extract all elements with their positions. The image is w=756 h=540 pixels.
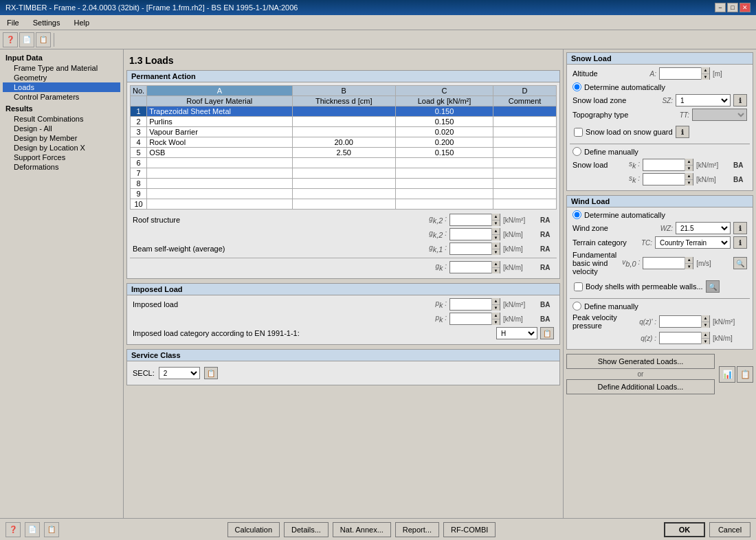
bottom-icon-3[interactable]: 📋 — [44, 522, 59, 537]
vb-input[interactable]: 25.8 — [643, 258, 685, 269]
cell-comment[interactable] — [493, 117, 557, 127]
nat-annex-btn[interactable]: Nat. Annex... — [333, 522, 391, 537]
cell-thickness[interactable]: 20.00 — [292, 137, 395, 148]
altitude-down[interactable]: ▼ — [702, 74, 709, 80]
gk2-down2[interactable]: ▼ — [492, 235, 500, 241]
snow-auto-radio[interactable] — [572, 82, 581, 91]
shells-check[interactable] — [574, 282, 583, 291]
pk2-up[interactable]: ▲ — [492, 313, 500, 319]
cell-comment[interactable] — [493, 148, 557, 158]
cell-thickness[interactable] — [292, 106, 395, 117]
cell-comment[interactable] — [493, 127, 557, 137]
gk-spinner[interactable]: 3.962 ▲ ▼ — [449, 261, 500, 273]
gk1-down[interactable]: ▼ — [492, 249, 500, 256]
qz1-up[interactable]: ▲ — [702, 315, 709, 322]
rf-combi-btn[interactable]: RF-COMBI — [443, 522, 496, 537]
bottom-icon-1[interactable]: ❓ — [5, 522, 21, 537]
table-row[interactable]: 8 — [131, 179, 557, 189]
sk2-spinner[interactable]: 2.450 ▲ ▼ — [643, 173, 693, 185]
gk2-input2[interactable]: 3.350 — [450, 229, 491, 240]
gk2-up1[interactable]: ▲ — [492, 214, 500, 221]
icon-btn-1[interactable]: 📊 — [719, 366, 735, 383]
gk2-down1[interactable]: ▼ — [492, 221, 500, 227]
vb-down[interactable]: ▼ — [685, 264, 693, 270]
show-generated-btn[interactable]: Show Generated Loads... — [566, 354, 715, 369]
tt-dropdown[interactable] — [692, 109, 747, 121]
cell-load[interactable]: 0.150 — [395, 106, 493, 117]
cell-comment[interactable] — [493, 106, 557, 117]
cell-material[interactable]: OSB — [147, 148, 292, 158]
table-row[interactable]: 1 Trapezoidal Sheet Metal 0.150 — [131, 106, 557, 117]
table-row[interactable]: 2 Purlins 0.150 — [131, 117, 557, 127]
menu-settings[interactable]: Settings — [29, 17, 65, 28]
toolbar-btn-2[interactable]: 📄 — [19, 32, 34, 47]
category-info-btn[interactable]: 📋 — [540, 327, 554, 339]
snow-guard-info-btn[interactable]: ℹ — [676, 126, 689, 138]
sidebar-item-geometry[interactable]: Geometry — [3, 73, 120, 82]
sk2-up[interactable]: ▲ — [685, 173, 693, 180]
table-row[interactable]: 9 — [131, 189, 557, 199]
altitude-spinner[interactable]: 200 ▲ ▼ — [659, 67, 710, 80]
cell-thickness[interactable]: 2.50 — [292, 148, 395, 158]
tc-info-btn[interactable]: ℹ — [733, 236, 747, 249]
cell-load[interactable]: 0.200 — [395, 137, 493, 148]
report-btn[interactable]: Report... — [395, 522, 439, 537]
sk2-down[interactable]: ▼ — [685, 180, 693, 186]
sidebar-item-design-all[interactable]: Design - All — [3, 124, 120, 133]
vb-up[interactable]: ▲ — [685, 257, 693, 264]
sz-dropdown[interactable]: 1 — [676, 94, 731, 106]
sk2-input[interactable]: 2.450 — [643, 174, 685, 185]
gk-input[interactable]: 3.962 — [450, 262, 491, 273]
details-btn[interactable]: Details... — [284, 522, 329, 537]
pk2-input[interactable]: 2.500 — [450, 313, 491, 324]
table-row[interactable]: 5 OSB 2.50 0.150 — [131, 148, 557, 158]
bottom-icon-2[interactable]: 📄 — [25, 522, 40, 537]
cell-load[interactable]: 0.020 — [395, 127, 493, 137]
cell-material[interactable]: Purlins — [147, 117, 292, 127]
minimize-button[interactable]: − — [715, 3, 726, 12]
secl-info-btn[interactable]: 📋 — [204, 367, 218, 379]
qz1-spinner[interactable]: 0.921 ▲ ▼ — [659, 315, 710, 328]
pk2-down[interactable]: ▼ — [492, 319, 500, 326]
toolbar-btn-1[interactable]: ❓ — [3, 32, 18, 47]
snow-guard-check[interactable] — [574, 128, 583, 137]
cell-load[interactable]: 0.150 — [395, 117, 493, 127]
sidebar-item-result-combinations[interactable]: Result Combinations — [3, 114, 120, 124]
sk1-spinner[interactable]: 0.490 ▲ ▼ — [643, 159, 693, 171]
gk2-spinner1[interactable]: 0.670 ▲ ▼ — [449, 214, 500, 226]
wind-manual-radio[interactable] — [572, 302, 581, 311]
table-row[interactable]: 4 Rock Wool 20.00 0.200 — [131, 137, 557, 148]
qz1-input[interactable]: 0.921 — [660, 316, 701, 327]
gk1-up[interactable]: ▲ — [492, 243, 500, 249]
cell-thickness[interactable] — [292, 127, 395, 137]
sk1-up[interactable]: ▲ — [685, 159, 693, 166]
altitude-up[interactable]: ▲ — [702, 67, 709, 74]
gk1-spinner[interactable]: 0.612 ▲ ▼ — [449, 243, 500, 255]
wz-info-btn[interactable]: ℹ — [733, 222, 747, 234]
wz-dropdown[interactable]: 21.5 — [676, 222, 731, 234]
altitude-input[interactable]: 200 — [660, 68, 701, 79]
qz2-up[interactable]: ▲ — [702, 332, 709, 339]
cell-comment[interactable] — [493, 137, 557, 148]
sk1-down[interactable]: ▼ — [685, 166, 693, 172]
calculation-btn[interactable]: Calculation — [227, 522, 280, 537]
category-dropdown[interactable]: H — [496, 327, 537, 339]
icon-btn-2[interactable]: 📋 — [737, 366, 753, 383]
cell-material[interactable]: Vapour Barrier — [147, 127, 292, 137]
sidebar-item-control[interactable]: Control Parameters — [3, 92, 120, 102]
gk2-up2[interactable]: ▲ — [492, 228, 500, 235]
vb-spinner[interactable]: 25.8 ▲ ▼ — [643, 257, 693, 269]
maximize-button[interactable]: □ — [727, 3, 738, 12]
cell-thickness[interactable] — [292, 117, 395, 127]
table-row[interactable]: 10 — [131, 199, 557, 210]
sidebar-item-frame-type[interactable]: Frame Type and Material — [3, 63, 120, 73]
gk1-input[interactable]: 0.612 — [450, 243, 491, 254]
close-button[interactable]: ✕ — [740, 3, 751, 12]
sz-info-btn[interactable]: ℹ — [733, 94, 747, 106]
secl-dropdown[interactable]: 2 — [159, 367, 200, 379]
qz2-spinner[interactable]: 4.603 ▲ ▼ — [659, 332, 710, 344]
table-row[interactable]: 3 Vapour Barrier 0.020 — [131, 127, 557, 137]
toolbar-btn-3[interactable]: 📋 — [36, 32, 51, 47]
pk1-down[interactable]: ▼ — [492, 305, 500, 311]
cancel-btn[interactable]: Cancel — [709, 522, 751, 537]
